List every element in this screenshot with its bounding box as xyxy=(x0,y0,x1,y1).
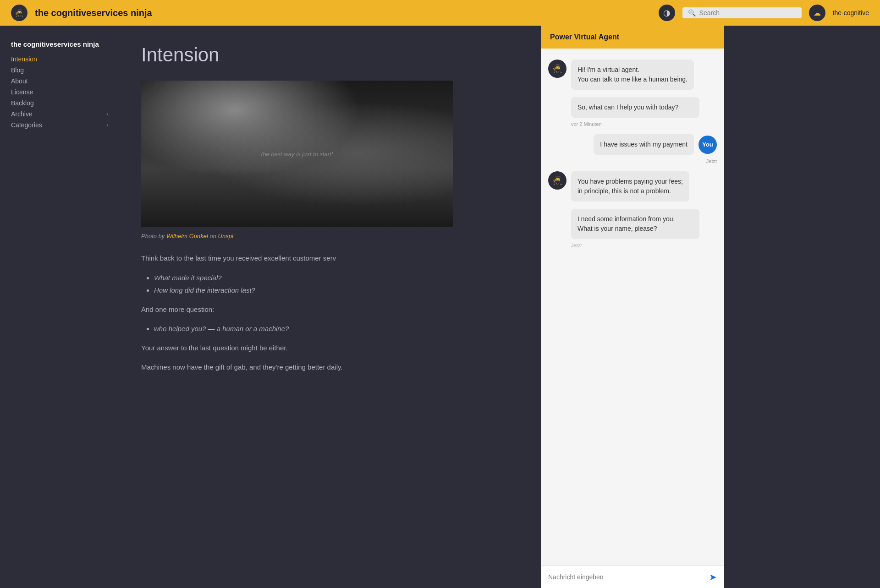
user-bubble: I have issues with my payment xyxy=(594,134,694,155)
search-icon: 🔍 xyxy=(688,9,696,16)
bot-bubble-solo: So, what can I help you with today? xyxy=(571,97,699,118)
article-body: Think back to the last time you received… xyxy=(141,252,519,373)
typewriter-text: the best way is just to start! xyxy=(261,151,333,158)
sidebar-link-blog[interactable]: Blog xyxy=(11,66,108,74)
chat-header: Power Virtual Agent xyxy=(541,26,724,49)
bot-avatar-2: 🥷 xyxy=(548,171,566,190)
user-cloud-icon: ☁ xyxy=(809,5,825,21)
sidebar: the cognitiveservices ninja Intension Bl… xyxy=(0,26,119,588)
article-footer-1: Your answer to the last question might b… xyxy=(141,342,519,354)
bot-bubble-2: You have problems paying your fees;in pr… xyxy=(571,171,689,201)
sidebar-link-license[interactable]: License xyxy=(11,88,108,96)
sidebar-nav: Intension Blog About License Backlog Arc… xyxy=(11,55,108,129)
typewriter-background: the best way is just to start! xyxy=(141,81,453,227)
article-intro: Think back to the last time you received… xyxy=(141,252,519,264)
list-item: who helped you? — a human or a machine? xyxy=(154,322,519,335)
search-input[interactable] xyxy=(699,9,796,16)
list-item: What made it special? xyxy=(154,272,519,284)
sidebar-link-categories[interactable]: Categories › xyxy=(11,121,108,129)
sidebar-link-about[interactable]: About xyxy=(11,77,108,85)
time-label-jetzt-1: Jetzt xyxy=(548,158,717,164)
top-nav: 🥷 the cognitiveservices ninja ◑ 🔍 ☁ the-… xyxy=(0,0,880,26)
caption-link-author[interactable]: Wilhelm Gunkel xyxy=(166,233,208,240)
page-title: Intension xyxy=(141,44,519,66)
article-bullets-2: who helped you? — a human or a machine? xyxy=(141,322,519,335)
article-bullets-1: What made it special? How long did the i… xyxy=(141,272,519,296)
sidebar-link-intension[interactable]: Intension xyxy=(11,55,108,63)
sidebar-item-blog[interactable]: Blog xyxy=(11,66,108,74)
theme-toggle-icon[interactable]: ◑ xyxy=(659,5,675,21)
time-label-jetzt-2: Jetzt xyxy=(571,243,717,248)
logo-icon: 🥷 xyxy=(11,5,28,21)
chevron-right-icon: › xyxy=(106,122,108,128)
time-label-vor-2-minuten: vor 2 Minuten xyxy=(571,121,717,127)
article-footer-2: Machines now have the gift of gab, and t… xyxy=(141,361,519,373)
bot-message-row-2: 🥷 You have problems paying your fees;in … xyxy=(548,171,717,201)
image-caption: Photo by Wilhelm Gunkel on Unspl xyxy=(141,233,519,240)
sidebar-item-intension[interactable]: Intension xyxy=(11,55,108,63)
site-title: the cognitiveservices ninja xyxy=(35,8,651,18)
bot-bubble: Hi! I'm a virtual agent.You can talk to … xyxy=(571,60,694,90)
chat-messages: 🥷 Hi! I'm a virtual agent.You can talk t… xyxy=(541,49,724,566)
chat-input[interactable] xyxy=(548,573,705,581)
chat-panel: Power Virtual Agent 🥷 Hi! I'm a virtual … xyxy=(541,26,724,588)
send-button[interactable]: ➤ xyxy=(709,572,717,583)
sidebar-brand: the cognitiveservices ninja xyxy=(11,40,108,48)
sidebar-item-about[interactable]: About xyxy=(11,77,108,85)
sidebar-item-categories[interactable]: Categories › xyxy=(11,121,108,129)
article-and-more: And one more question: xyxy=(141,304,519,316)
list-item: How long did the interaction last? xyxy=(154,284,519,296)
main-layout: the cognitiveservices ninja Intension Bl… xyxy=(0,26,880,588)
nav-right: ◑ 🔍 ☁ the-cognitive xyxy=(659,5,869,21)
sidebar-item-license[interactable]: License xyxy=(11,88,108,96)
bot-message-row: 🥷 Hi! I'm a virtual agent.You can talk t… xyxy=(548,60,717,90)
caption-text: Photo by xyxy=(141,233,166,240)
user-avatar: You xyxy=(698,136,717,154)
caption-link-unsplash[interactable]: Unspl xyxy=(218,233,233,240)
username-label: the-cognitive xyxy=(833,9,869,16)
bot-bubble-solo-2: I need some information from you.What is… xyxy=(571,209,699,239)
sidebar-link-archive[interactable]: Archive › xyxy=(11,110,108,118)
bot-avatar: 🥷 xyxy=(548,60,566,78)
chevron-right-icon: › xyxy=(106,111,108,117)
chat-input-area: ➤ xyxy=(541,566,724,588)
sidebar-item-backlog[interactable]: Backlog xyxy=(11,99,108,107)
search-bar[interactable]: 🔍 xyxy=(682,7,802,18)
user-message-row: I have issues with my payment You xyxy=(548,134,717,155)
article-image: the best way is just to start! xyxy=(141,81,453,227)
article-content: Intension the best way is just to start!… xyxy=(119,26,541,588)
sidebar-item-archive[interactable]: Archive › xyxy=(11,110,108,118)
sidebar-link-backlog[interactable]: Backlog xyxy=(11,99,108,107)
